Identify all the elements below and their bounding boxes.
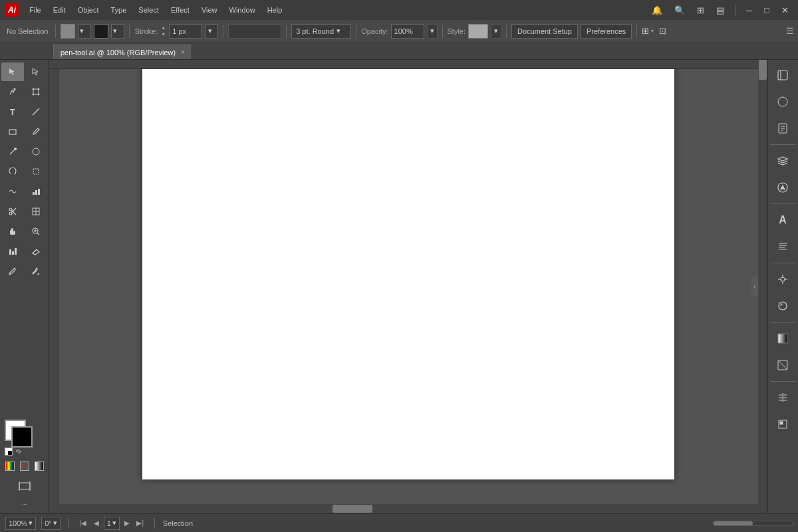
rectangle-tool-btn[interactable] xyxy=(1,122,24,141)
panel-libraries-btn[interactable] xyxy=(770,63,795,88)
scissors-tool-btn[interactable] xyxy=(1,202,24,221)
stroke-value-input[interactable]: 1 px xyxy=(169,24,202,39)
scrollbar-horizontal-thumb[interactable] xyxy=(332,505,372,513)
none-btn[interactable]: × xyxy=(18,460,31,473)
panel-color-btn[interactable] xyxy=(770,89,795,114)
panel-text-btn[interactable]: A xyxy=(770,207,795,233)
notification-icon[interactable]: 🔔 xyxy=(648,4,666,17)
scrollbar-vertical[interactable] xyxy=(758,60,767,504)
column-graph-btn[interactable] xyxy=(25,182,48,201)
stroke-up-btn[interactable]: ▲ xyxy=(161,25,166,31)
warp-tool-btn[interactable] xyxy=(1,182,24,201)
pen-tool-btn[interactable] xyxy=(1,82,24,101)
menu-view[interactable]: View xyxy=(196,3,223,17)
panel-collapse-handle[interactable]: ‹ xyxy=(751,277,758,297)
zoom-dropdown[interactable]: 100% ▾ xyxy=(5,517,36,530)
panel-layers-btn[interactable] xyxy=(770,148,795,174)
menu-window[interactable]: Window xyxy=(224,3,261,17)
style-swatch[interactable] xyxy=(468,24,488,39)
search-icon[interactable]: 🔍 xyxy=(670,4,689,17)
artboard-dropdown[interactable]: 1 ▾ xyxy=(104,517,120,530)
svg-rect-32 xyxy=(778,70,787,80)
opacity-dropdown[interactable]: ▾ xyxy=(427,24,438,39)
menu-help[interactable]: Help xyxy=(262,3,288,17)
layout-icon[interactable]: ⊞ xyxy=(642,26,649,36)
hand-tool-btn[interactable] xyxy=(1,222,24,241)
panel-toggle-icon[interactable]: ▤ xyxy=(712,4,728,17)
panel-paragraph-btn[interactable] xyxy=(770,234,795,259)
stroke-swatch-tool[interactable] xyxy=(11,426,33,448)
swap-colors-btn[interactable]: ⇄ xyxy=(14,446,23,456)
transform-tool-btn[interactable] xyxy=(25,82,48,101)
menu-file[interactable]: File xyxy=(24,3,47,17)
panel-appearance-btn[interactable] xyxy=(770,293,795,319)
brush-tool-btn[interactable] xyxy=(1,142,24,161)
style-dropdown[interactable]: ▾ xyxy=(491,24,501,39)
nav-first-btn[interactable]: |◀ xyxy=(77,517,89,529)
menu-object[interactable]: Object xyxy=(72,3,104,17)
rotate-tool-btn[interactable] xyxy=(1,162,24,181)
artboard-number: 1 xyxy=(107,519,111,527)
selection-tool-btn[interactable] xyxy=(1,63,24,81)
measure-tool-btn[interactable] xyxy=(25,242,48,261)
panel-align-btn[interactable] xyxy=(770,385,795,410)
angle-dropdown[interactable]: 0° ▾ xyxy=(41,517,61,530)
stroke-swatch-dropdown[interactable]: ▾ xyxy=(111,24,124,39)
preferences-button[interactable]: Preferences xyxy=(581,24,632,39)
scrollbar-horizontal[interactable] xyxy=(49,504,758,513)
scrollbar-vertical-thumb[interactable] xyxy=(759,60,767,80)
workspace-icon[interactable]: ⊞ xyxy=(693,4,708,17)
line-tool-btn[interactable] xyxy=(25,102,48,121)
canvas-area[interactable]: ‹ xyxy=(49,60,767,513)
fill-dropdown[interactable]: ▾ xyxy=(78,24,91,39)
blob-brush-btn[interactable] xyxy=(25,142,48,161)
paint-bucket-btn[interactable] xyxy=(25,262,48,281)
minimize-btn[interactable]: ─ xyxy=(742,4,756,17)
workspace-controls[interactable]: ⊞ ▾ xyxy=(642,26,654,36)
panel-transparency-btn[interactable] xyxy=(770,352,795,378)
fill-swatch[interactable] xyxy=(61,24,75,39)
svg-point-43 xyxy=(781,277,785,281)
opacity-input[interactable]: 100% xyxy=(391,24,424,39)
document-tab[interactable]: pen-tool.ai @ 100% (RGB/Preview) × xyxy=(53,45,192,59)
direct-selection-tool-btn[interactable] xyxy=(25,63,48,81)
type-tool-btn[interactable]: T xyxy=(1,102,24,121)
slice-tool-btn[interactable] xyxy=(25,202,48,221)
stroke-unit-dropdown[interactable]: ▾ xyxy=(205,24,218,39)
panel-properties-btn[interactable] xyxy=(770,267,795,292)
panel-pages-btn[interactable] xyxy=(770,116,795,141)
arrange-icon[interactable]: ⊡ xyxy=(659,26,666,36)
panel-assets-btn[interactable] xyxy=(770,175,795,200)
svg-point-2 xyxy=(33,88,34,90)
free-transform-btn[interactable] xyxy=(25,162,48,181)
menu-edit[interactable]: Edit xyxy=(48,3,71,17)
panel-transform-btn[interactable] xyxy=(770,412,795,437)
nav-prev-btn[interactable]: ◀ xyxy=(90,517,102,529)
menu-type[interactable]: Type xyxy=(106,3,132,17)
close-btn[interactable]: ✕ xyxy=(777,4,793,17)
maximize-btn[interactable]: □ xyxy=(760,4,773,17)
zoom-tool-btn[interactable] xyxy=(25,222,48,241)
menu-effect[interactable]: Effect xyxy=(166,3,195,17)
panel-menu-icon[interactable]: ☰ xyxy=(786,26,794,36)
bar-graph-btn[interactable] xyxy=(1,242,24,261)
extra-btn-1[interactable]: ··· xyxy=(18,497,31,511)
nav-next-btn[interactable]: ▶ xyxy=(121,517,133,529)
eyedropper-tool-btn[interactable] xyxy=(1,262,24,281)
menu-select[interactable]: Select xyxy=(133,3,164,17)
tab-close-btn[interactable]: × xyxy=(181,49,185,56)
style-group: Style: ▾ xyxy=(448,24,502,39)
panel-gradient-btn[interactable] xyxy=(770,326,795,351)
artboard-tool-btn[interactable] xyxy=(5,477,45,495)
document-setup-button[interactable]: Document Setup xyxy=(511,24,578,39)
zoom-slider[interactable] xyxy=(713,521,793,526)
nav-last-btn[interactable]: ▶| xyxy=(134,517,146,529)
color-btn[interactable] xyxy=(3,460,17,473)
default-colors-icon[interactable] xyxy=(5,448,13,456)
brush-size-dropdown[interactable]: 3 pt. Round ▾ xyxy=(291,24,351,39)
pencil-tool-btn[interactable] xyxy=(25,122,48,141)
stroke-stepper[interactable]: ▲ ▼ xyxy=(161,25,166,38)
gradient-btn[interactable] xyxy=(33,460,46,473)
stroke-swatch[interactable] xyxy=(94,24,108,39)
stroke-down-btn[interactable]: ▼ xyxy=(161,31,166,38)
